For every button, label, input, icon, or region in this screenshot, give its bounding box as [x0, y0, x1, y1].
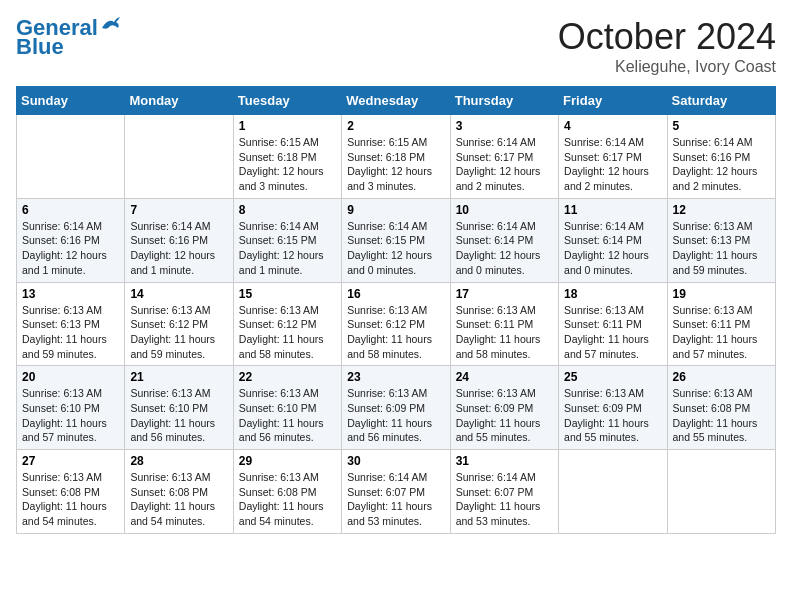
day-number: 14 — [130, 287, 227, 301]
day-info: Sunrise: 6:14 AM Sunset: 6:15 PM Dayligh… — [347, 219, 444, 278]
day-number: 17 — [456, 287, 553, 301]
calendar-cell: 25Sunrise: 6:13 AM Sunset: 6:09 PM Dayli… — [559, 366, 667, 450]
day-of-week-header: Thursday — [450, 87, 558, 115]
calendar-cell: 6Sunrise: 6:14 AM Sunset: 6:16 PM Daylig… — [17, 198, 125, 282]
day-info: Sunrise: 6:13 AM Sunset: 6:09 PM Dayligh… — [456, 386, 553, 445]
day-info: Sunrise: 6:15 AM Sunset: 6:18 PM Dayligh… — [347, 135, 444, 194]
calendar-cell: 10Sunrise: 6:14 AM Sunset: 6:14 PM Dayli… — [450, 198, 558, 282]
day-number: 29 — [239, 454, 336, 468]
calendar-week-row: 6Sunrise: 6:14 AM Sunset: 6:16 PM Daylig… — [17, 198, 776, 282]
day-info: Sunrise: 6:13 AM Sunset: 6:08 PM Dayligh… — [22, 470, 119, 529]
calendar-cell: 18Sunrise: 6:13 AM Sunset: 6:11 PM Dayli… — [559, 282, 667, 366]
day-info: Sunrise: 6:13 AM Sunset: 6:12 PM Dayligh… — [347, 303, 444, 362]
location: Kelieguhe, Ivory Coast — [558, 58, 776, 76]
calendar-cell: 22Sunrise: 6:13 AM Sunset: 6:10 PM Dayli… — [233, 366, 341, 450]
calendar-cell: 17Sunrise: 6:13 AM Sunset: 6:11 PM Dayli… — [450, 282, 558, 366]
day-info: Sunrise: 6:13 AM Sunset: 6:10 PM Dayligh… — [22, 386, 119, 445]
calendar-cell — [125, 115, 233, 199]
calendar-week-row: 13Sunrise: 6:13 AM Sunset: 6:13 PM Dayli… — [17, 282, 776, 366]
calendar-cell: 5Sunrise: 6:14 AM Sunset: 6:16 PM Daylig… — [667, 115, 775, 199]
day-number: 1 — [239, 119, 336, 133]
day-info: Sunrise: 6:13 AM Sunset: 6:08 PM Dayligh… — [673, 386, 770, 445]
calendar-cell: 13Sunrise: 6:13 AM Sunset: 6:13 PM Dayli… — [17, 282, 125, 366]
calendar-cell: 29Sunrise: 6:13 AM Sunset: 6:08 PM Dayli… — [233, 450, 341, 534]
day-number: 4 — [564, 119, 661, 133]
calendar-cell: 24Sunrise: 6:13 AM Sunset: 6:09 PM Dayli… — [450, 366, 558, 450]
calendar-cell: 21Sunrise: 6:13 AM Sunset: 6:10 PM Dayli… — [125, 366, 233, 450]
day-of-week-header: Tuesday — [233, 87, 341, 115]
calendar-cell — [17, 115, 125, 199]
day-info: Sunrise: 6:13 AM Sunset: 6:11 PM Dayligh… — [564, 303, 661, 362]
day-number: 28 — [130, 454, 227, 468]
day-info: Sunrise: 6:13 AM Sunset: 6:08 PM Dayligh… — [130, 470, 227, 529]
logo: General Blue — [16, 16, 122, 58]
day-of-week-header: Monday — [125, 87, 233, 115]
day-of-week-header: Saturday — [667, 87, 775, 115]
calendar-cell: 20Sunrise: 6:13 AM Sunset: 6:10 PM Dayli… — [17, 366, 125, 450]
day-info: Sunrise: 6:14 AM Sunset: 6:17 PM Dayligh… — [456, 135, 553, 194]
calendar-week-row: 20Sunrise: 6:13 AM Sunset: 6:10 PM Dayli… — [17, 366, 776, 450]
day-number: 9 — [347, 203, 444, 217]
calendar-cell: 1Sunrise: 6:15 AM Sunset: 6:18 PM Daylig… — [233, 115, 341, 199]
day-number: 24 — [456, 370, 553, 384]
calendar-cell — [667, 450, 775, 534]
day-info: Sunrise: 6:14 AM Sunset: 6:14 PM Dayligh… — [564, 219, 661, 278]
day-number: 30 — [347, 454, 444, 468]
day-number: 25 — [564, 370, 661, 384]
calendar-cell: 4Sunrise: 6:14 AM Sunset: 6:17 PM Daylig… — [559, 115, 667, 199]
day-info: Sunrise: 6:14 AM Sunset: 6:16 PM Dayligh… — [22, 219, 119, 278]
day-number: 12 — [673, 203, 770, 217]
day-number: 31 — [456, 454, 553, 468]
day-info: Sunrise: 6:13 AM Sunset: 6:11 PM Dayligh… — [456, 303, 553, 362]
day-info: Sunrise: 6:13 AM Sunset: 6:13 PM Dayligh… — [673, 219, 770, 278]
day-info: Sunrise: 6:14 AM Sunset: 6:16 PM Dayligh… — [673, 135, 770, 194]
day-info: Sunrise: 6:13 AM Sunset: 6:09 PM Dayligh… — [347, 386, 444, 445]
day-info: Sunrise: 6:13 AM Sunset: 6:10 PM Dayligh… — [130, 386, 227, 445]
calendar-cell — [559, 450, 667, 534]
day-number: 6 — [22, 203, 119, 217]
day-info: Sunrise: 6:13 AM Sunset: 6:11 PM Dayligh… — [673, 303, 770, 362]
day-info: Sunrise: 6:13 AM Sunset: 6:13 PM Dayligh… — [22, 303, 119, 362]
calendar-week-row: 1Sunrise: 6:15 AM Sunset: 6:18 PM Daylig… — [17, 115, 776, 199]
day-number: 3 — [456, 119, 553, 133]
day-number: 10 — [456, 203, 553, 217]
day-info: Sunrise: 6:13 AM Sunset: 6:09 PM Dayligh… — [564, 386, 661, 445]
day-info: Sunrise: 6:15 AM Sunset: 6:18 PM Dayligh… — [239, 135, 336, 194]
day-number: 7 — [130, 203, 227, 217]
day-number: 13 — [22, 287, 119, 301]
calendar-cell: 2Sunrise: 6:15 AM Sunset: 6:18 PM Daylig… — [342, 115, 450, 199]
logo-text-blue: Blue — [16, 36, 64, 58]
calendar-cell: 30Sunrise: 6:14 AM Sunset: 6:07 PM Dayli… — [342, 450, 450, 534]
day-info: Sunrise: 6:13 AM Sunset: 6:12 PM Dayligh… — [130, 303, 227, 362]
page-header: General Blue October 2024 Kelieguhe, Ivo… — [16, 16, 776, 76]
calendar-cell: 11Sunrise: 6:14 AM Sunset: 6:14 PM Dayli… — [559, 198, 667, 282]
calendar-cell: 3Sunrise: 6:14 AM Sunset: 6:17 PM Daylig… — [450, 115, 558, 199]
day-number: 11 — [564, 203, 661, 217]
calendar-cell: 28Sunrise: 6:13 AM Sunset: 6:08 PM Dayli… — [125, 450, 233, 534]
day-number: 5 — [673, 119, 770, 133]
logo-bird-icon — [100, 16, 122, 34]
day-info: Sunrise: 6:14 AM Sunset: 6:17 PM Dayligh… — [564, 135, 661, 194]
day-number: 26 — [673, 370, 770, 384]
day-of-week-header: Wednesday — [342, 87, 450, 115]
day-number: 27 — [22, 454, 119, 468]
calendar-cell: 14Sunrise: 6:13 AM Sunset: 6:12 PM Dayli… — [125, 282, 233, 366]
month-title: October 2024 — [558, 16, 776, 58]
day-number: 21 — [130, 370, 227, 384]
day-number: 23 — [347, 370, 444, 384]
day-number: 16 — [347, 287, 444, 301]
day-of-week-header: Friday — [559, 87, 667, 115]
calendar-cell: 7Sunrise: 6:14 AM Sunset: 6:16 PM Daylig… — [125, 198, 233, 282]
calendar-cell: 9Sunrise: 6:14 AM Sunset: 6:15 PM Daylig… — [342, 198, 450, 282]
day-info: Sunrise: 6:14 AM Sunset: 6:07 PM Dayligh… — [347, 470, 444, 529]
day-number: 8 — [239, 203, 336, 217]
day-info: Sunrise: 6:14 AM Sunset: 6:16 PM Dayligh… — [130, 219, 227, 278]
day-number: 22 — [239, 370, 336, 384]
calendar-cell: 27Sunrise: 6:13 AM Sunset: 6:08 PM Dayli… — [17, 450, 125, 534]
day-info: Sunrise: 6:14 AM Sunset: 6:14 PM Dayligh… — [456, 219, 553, 278]
day-info: Sunrise: 6:13 AM Sunset: 6:12 PM Dayligh… — [239, 303, 336, 362]
title-block: October 2024 Kelieguhe, Ivory Coast — [558, 16, 776, 76]
calendar-cell: 19Sunrise: 6:13 AM Sunset: 6:11 PM Dayli… — [667, 282, 775, 366]
calendar-cell: 12Sunrise: 6:13 AM Sunset: 6:13 PM Dayli… — [667, 198, 775, 282]
day-info: Sunrise: 6:13 AM Sunset: 6:08 PM Dayligh… — [239, 470, 336, 529]
